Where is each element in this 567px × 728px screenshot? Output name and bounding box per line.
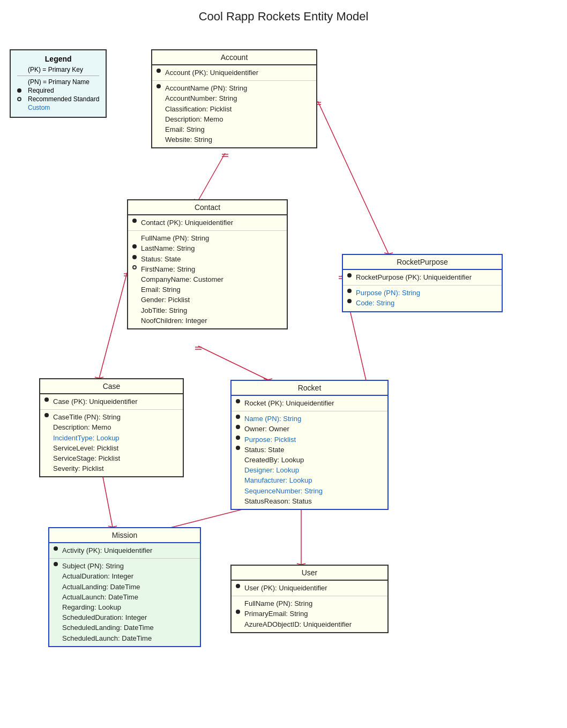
entity-mission-fields: Subject (PN): String ActualDuration: Int… [49,559,200,646]
field-row: Regarding: Lookup [54,603,196,612]
field-row: Designer: Lookup [236,466,383,475]
entity-user-fields: FullName (PN): String PrimaryEmail: Stri… [232,596,387,632]
field-row: Email: String [132,285,282,295]
legend-pk-label: (PK) = Primary Key [28,66,83,73]
rocketpurpose-pk-field: RocketPurpose (PK): Uniqueidentifier [356,273,472,282]
svg-line-10 [99,273,127,378]
field-row: NoofChildren: Integer [132,316,282,326]
field-row: Subject (PN): String [54,561,196,571]
field-row: Manufacturer: Lookup [236,476,383,485]
field-row: Code: String [347,298,497,308]
field-row: ActualLanding: DateTime [54,582,196,592]
field-row: StatusReason: Status [236,497,383,506]
field-row: CreatedBy: Lookup [236,455,383,465]
entity-contact-fields: FullName (PN): String LastName: String S… [128,231,287,328]
entity-user-title: User [232,566,387,581]
field-row: Purpose (PN): String [347,288,497,298]
legend-recommended-label: Recommended Standard [28,95,99,103]
field-row: ScheduledLaunch: DateTime [54,634,196,643]
entity-rocket: Rocket Rocket (PK): Uniqueidentifier Nam… [230,380,389,510]
field-row: AzureADObjectID: Uniqueidentifier [236,620,383,629]
entity-case-pk: Case (PK): Uniqueidentifier [40,394,183,410]
field-row: ScheduledLanding: DateTime [54,623,196,633]
entity-case: Case Case (PK): Uniqueidentifier CaseTit… [39,378,184,477]
svg-line-0 [198,153,225,200]
entity-rocket-fields: Name (PN): String Owner: Owner Purpose: … [232,411,387,509]
field-row: ActualLaunch: DateTime [54,592,196,602]
field-row: AccountName (PN): String [156,84,312,93]
entity-mission-pk: Activity (PK): Uniqueidentifier [49,543,200,559]
entity-contact-title: Contact [128,200,287,215]
entity-mission-title: Mission [49,528,200,543]
legend-custom-label: Custom [28,104,50,111]
field-row: FirstName: String [132,265,282,274]
legend-pk-row: (PK) = Primary Key [17,66,99,73]
field-row: Description: Memo [156,115,312,124]
legend-custom-row: Custom [17,104,99,111]
legend-recommended-row: Recommended Standard [17,95,99,103]
entity-rocketpurpose: RocketPurpose RocketPurpose (PK): Unique… [342,254,503,312]
field-row: LastName: String [132,244,282,253]
page-title: Cool Rapp Rockets Entity Model [0,0,567,29]
user-pk-field: User (PK): Uniqueidentifier [244,583,327,593]
svg-line-5 [198,346,268,380]
field-row: Email: String [156,125,312,134]
legend-required-marker [17,87,28,94]
field-row: ActualDuration: Integer [54,572,196,581]
rocket-pk-field: Rocket (PK): Uniqueidentifier [244,399,334,408]
field-row: Gender: Picklist [132,295,282,305]
field-row: CompanyName: Customer [132,275,282,284]
entity-mission: Mission Activity (PK): Uniqueidentifier … [48,527,201,647]
field-row: Status: State [236,445,383,455]
entity-account-title: Account [152,50,316,65]
field-row: IncidentType: Lookup [44,433,178,443]
svg-line-35 [318,101,389,254]
entity-rocketpurpose-title: RocketPurpose [343,255,502,270]
entity-rocketpurpose-fields: Purpose (PN): String Code: String [343,286,502,311]
field-row: SequenceNumber: String [236,486,383,496]
field-row: PrimaryEmail: String [236,609,383,619]
field-row: FullName (PN): String [236,599,383,609]
entity-account-fields: AccountName (PN): String AccountNumber: … [152,81,316,147]
entity-contact-pk: Contact (PK): Uniqueidentifier [128,215,287,231]
entity-rocketpurpose-pk: RocketPurpose (PK): Uniqueidentifier [343,270,502,286]
legend-required-label: Required [28,87,54,94]
legend-required-row: Required [17,87,99,94]
field-row: Severity: Picklist [44,464,178,474]
field-row: Description: Memo [44,423,178,432]
legend-box: Legend (PK) = Primary Key (PN) = Primary… [10,49,107,118]
case-pk-field: Case (PK): Uniqueidentifier [53,397,138,407]
field-row: Website: String [156,135,312,145]
field-row: Name (PN): String [236,414,383,424]
entity-user-pk: User (PK): Uniqueidentifier [232,581,387,596]
contact-pk-field: Contact (PK): Uniqueidentifier [141,218,233,228]
entity-contact: Contact Contact (PK): Uniqueidentifier F… [127,199,288,329]
account-pk-field: Account (PK): Uniqueidentifier [165,68,258,78]
field-row: JobTitle: String [132,306,282,316]
field-row: CaseTitle (PN): String [44,412,178,422]
entity-rocket-pk: Rocket (PK): Uniqueidentifier [232,396,387,411]
field-row: ServiceLevel: Picklist [44,444,178,453]
entity-case-title: Case [40,379,183,394]
entity-case-fields: CaseTitle (PN): String Description: Memo… [40,410,183,476]
legend-title: Legend [17,55,99,63]
entity-account: Account Account (PK): Uniqueidentifier A… [151,49,317,148]
mission-pk-field: Activity (PK): Uniqueidentifier [62,546,152,556]
field-row: FullName (PN): String [132,234,282,243]
legend-pn-row: (PN) = Primary Name [17,78,99,86]
field-row: Classification: Picklist [156,104,312,114]
field-row: Owner: Owner [236,424,383,434]
legend-recommended-marker [17,95,28,103]
entity-user: User User (PK): Uniqueidentifier FullNam… [230,565,389,633]
entity-account-pk: Account (PK): Uniqueidentifier [152,65,316,81]
field-row: AccountNumber: String [156,94,312,103]
entity-rocket-title: Rocket [232,381,387,396]
field-row: ScheduledDuration: Integer [54,613,196,622]
legend-pn-label: (PN) = Primary Name [28,78,89,86]
field-row: Purpose: Picklist [236,435,383,445]
field-row: ServiceStage: Picklist [44,454,178,463]
field-row: Status: State [132,254,282,264]
